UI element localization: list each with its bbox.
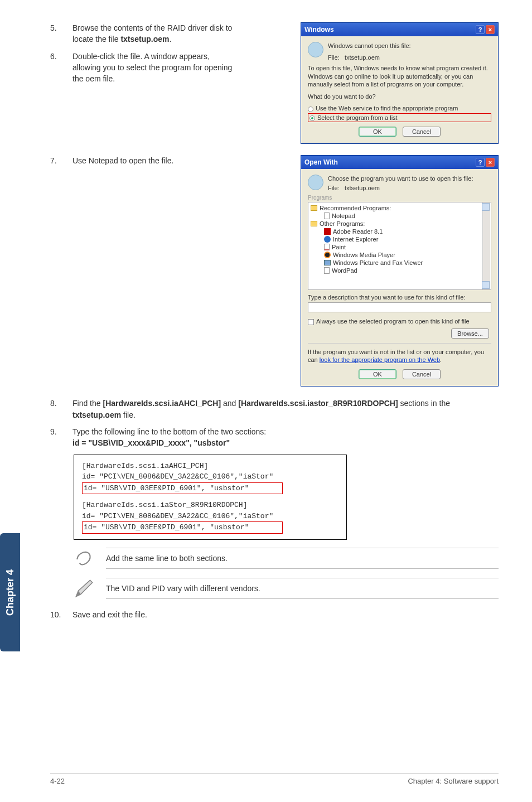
program-wordpad[interactable]: WordPad xyxy=(311,267,489,274)
step-9: 9. Type the following line to the bottom… xyxy=(50,426,499,449)
note-2-text: The VID and PID vary with different vend… xyxy=(106,578,499,599)
desc-label: Type a description that you want to use … xyxy=(308,293,491,301)
always-label: Always use the selected program to open … xyxy=(316,318,470,325)
opt-list[interactable]: Select the program from a list xyxy=(309,114,490,121)
page-footer: 4-22 Chapter 4: Software support xyxy=(50,773,499,785)
code-line-4: [HardwareIds.scsi.iaStor_8R9R10RDOPCH] xyxy=(82,500,338,511)
folder-icon xyxy=(311,221,317,226)
close-icon[interactable]: × xyxy=(486,158,495,167)
radio-selected-icon[interactable] xyxy=(309,115,315,121)
step-5-bold: txtsetup.oem xyxy=(120,35,169,44)
code-highlighted-2: id= "USB\VID_03EE&PID_6901", "usbstor" xyxy=(82,521,283,534)
other-label: Other Programs: xyxy=(320,220,365,227)
radio-icon[interactable] xyxy=(308,107,313,112)
cancel-button[interactable]: Cancel xyxy=(403,369,441,379)
scrollbar[interactable] xyxy=(482,202,490,289)
s8-post: file. xyxy=(121,410,136,419)
program-notepad[interactable]: Notepad xyxy=(311,212,489,220)
file-label: File: xyxy=(328,185,340,191)
step-8: 8. Find the [HardwareIds.scsi.iaAHCI_PCH… xyxy=(50,398,499,421)
folder-icon xyxy=(311,205,317,211)
code-block: [HardwareIds.scsi.iaAHCI_PCH] id= "PCI\V… xyxy=(74,455,347,540)
choose-text: Choose the program you want to use to op… xyxy=(328,175,473,182)
step-9-num: 9. xyxy=(50,426,72,449)
ok-button[interactable]: OK xyxy=(359,369,396,379)
help-icon[interactable]: ? xyxy=(476,158,485,167)
step-10-body: Save and exit the file. xyxy=(72,609,499,620)
divider xyxy=(308,343,491,344)
opt-web-label: Use the Web service to find the appropri… xyxy=(316,105,458,112)
file-name: txtsetup.oem xyxy=(345,185,380,191)
paint-label: Paint xyxy=(332,244,346,250)
step-6-body: Double-click the file. A window appears,… xyxy=(72,51,237,85)
code-line-2: id= "PCI\VEN_8086&DEV_3A22&CC_0106","iaS… xyxy=(82,471,338,482)
step-5-num: 5. xyxy=(50,22,72,45)
cancel-button[interactable]: Cancel xyxy=(403,127,441,137)
checkbox-icon[interactable] xyxy=(308,319,314,325)
adobe-icon xyxy=(324,228,331,235)
wordpad-icon xyxy=(324,267,330,274)
step-7: 7. Use Notepad to open the file. xyxy=(50,155,237,166)
not-in-list-post: . xyxy=(440,356,442,363)
note-1: Add the same line to both sections. xyxy=(72,547,499,570)
step-5-body: Browse the contents of the RAID driver d… xyxy=(72,22,237,45)
program-wmp[interactable]: Windows Media Player xyxy=(311,251,489,259)
note-2: The VID and PID vary with different vend… xyxy=(72,577,499,600)
s8-pre: Find the xyxy=(72,399,103,408)
opt-web[interactable]: Use the Web service to find the appropri… xyxy=(308,105,491,112)
recommended-programs: Recommended Programs: xyxy=(311,204,489,212)
chapter-tab: Chapter 4 xyxy=(0,533,20,651)
program-paint[interactable]: Paint xyxy=(311,243,489,251)
adobe-label: Adobe Reader 8.1 xyxy=(333,228,383,235)
code-line-5: id= "PCI\VEN_8086&DEV_3A22&CC_0106","iaS… xyxy=(82,511,338,522)
paint-icon xyxy=(324,244,330,250)
step-9-body: Type the following line to the bottom of… xyxy=(72,426,499,449)
description-input[interactable] xyxy=(308,302,491,312)
browse-button[interactable]: Browse... xyxy=(451,328,489,339)
wordpad-label: WordPad xyxy=(332,267,357,274)
ok-button[interactable]: OK xyxy=(359,127,396,137)
file-line: File: txtsetup.oem xyxy=(328,54,411,61)
always-use-option[interactable]: Always use the selected program to open … xyxy=(308,318,491,325)
openwith-dialog: Open With ? × Choose the program you wan… xyxy=(301,155,499,387)
file-line: File: txtsetup.oem xyxy=(328,185,473,191)
magnifier-icon xyxy=(308,175,323,190)
programs-listbox[interactable]: Recommended Programs: Notepad Other Prog… xyxy=(308,202,491,290)
windows-dialog-title: Windows xyxy=(304,26,334,33)
s8-mid2: sections in the xyxy=(398,399,450,408)
step-10: 10. Save and exit the file. xyxy=(50,609,499,620)
highlighted-option: Select the program from a list xyxy=(308,113,491,122)
s9-pre: Type the following line to the bottom of… xyxy=(72,427,266,436)
opt-list-label: Select the program from a list xyxy=(317,114,398,121)
what-do-text: What do you want to do? xyxy=(308,93,491,100)
ie-icon xyxy=(324,236,331,243)
pencil-icon xyxy=(72,577,96,600)
step-6-num: 6. xyxy=(50,51,72,85)
note-1-text: Add the same line to both sections. xyxy=(106,548,499,569)
picfax-icon xyxy=(324,260,331,265)
not-in-list-text: If the program you want is not in the li… xyxy=(308,348,491,364)
other-programs: Other Programs: xyxy=(311,220,489,228)
step-6: 6. Double-click the file. A window appea… xyxy=(50,51,237,85)
explain-text: To open this file, Windows needs to know… xyxy=(308,64,491,88)
program-picfax[interactable]: Windows Picture and Fax Viewer xyxy=(311,259,489,267)
paperclip-icon xyxy=(72,547,96,570)
picfax-label: Windows Picture and Fax Viewer xyxy=(333,259,423,266)
close-icon[interactable]: × xyxy=(486,25,495,34)
magnifier-icon xyxy=(308,42,323,57)
windows-dialog: Windows ? × Windows cannot open this fil… xyxy=(301,22,499,144)
program-ie[interactable]: Internet Explorer xyxy=(311,235,489,243)
s9-bold: id = "USB\VID_xxxx&PID_xxxx", "usbstor" xyxy=(72,438,230,447)
step-8-body: Find the [HardwareIds.scsi.iaAHCI_PCH] a… xyxy=(72,398,499,421)
cannot-open-text: Windows cannot open this file: xyxy=(328,42,411,50)
step-7-body: Use Notepad to open the file. xyxy=(72,155,237,166)
help-icon[interactable]: ? xyxy=(476,25,485,34)
program-adobe[interactable]: Adobe Reader 8.1 xyxy=(311,228,489,235)
web-lookup-link[interactable]: look for the appropriate program on the … xyxy=(320,356,440,363)
step-5-post: . xyxy=(170,35,172,44)
notepad-label: Notepad xyxy=(332,212,355,219)
step-5: 5. Browse the contents of the RAID drive… xyxy=(50,22,237,45)
openwith-titlebar: Open With ? × xyxy=(301,156,498,169)
notepad-icon xyxy=(324,212,330,219)
step-10-num: 10. xyxy=(50,609,72,620)
